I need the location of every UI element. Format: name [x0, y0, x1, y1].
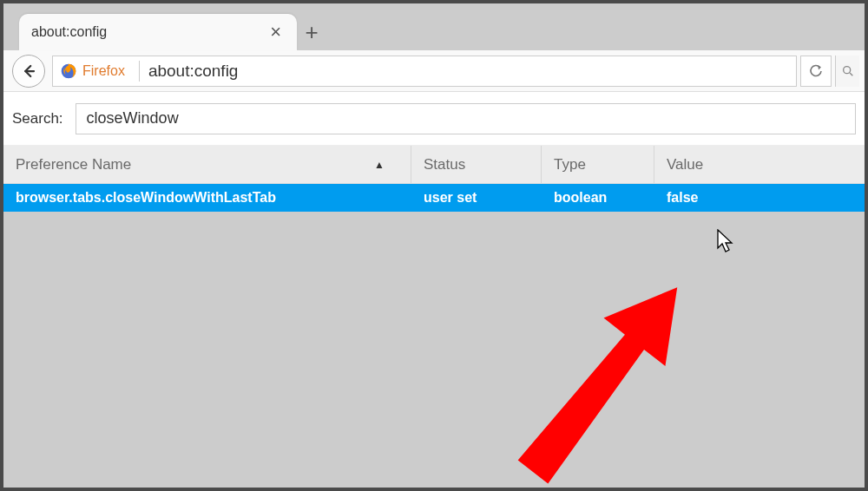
toolbar: Firefox about:config — [3, 50, 865, 92]
tab-title: about:config — [31, 24, 266, 40]
table-body: browser.tabs.closeWindowWithLastTab user… — [3, 184, 865, 212]
pref-type-cell: boolean — [542, 190, 654, 206]
reload-button[interactable] — [800, 56, 832, 87]
divider — [139, 61, 140, 82]
url-text: about:config — [148, 62, 239, 81]
column-header-value-label: Value — [667, 156, 703, 173]
column-header-value[interactable]: Value — [654, 146, 865, 183]
search-input[interactable] — [76, 103, 856, 134]
column-header-status[interactable]: Status — [411, 146, 542, 183]
firefox-logo-icon — [60, 62, 77, 80]
back-button[interactable] — [12, 55, 45, 88]
preference-row[interactable]: browser.tabs.closeWindowWithLastTab user… — [3, 184, 865, 212]
identity-label: Firefox — [82, 63, 130, 79]
pref-name-cell: browser.tabs.closeWindowWithLastTab — [3, 190, 411, 206]
search-label: Search: — [12, 110, 63, 128]
pref-value-cell: false — [654, 190, 865, 206]
svg-point-1 — [843, 66, 850, 73]
back-arrow-icon — [21, 63, 36, 79]
url-bar[interactable]: Firefox about:config — [52, 56, 797, 87]
column-header-status-label: Status — [424, 156, 465, 173]
search-engine-button[interactable] — [835, 56, 859, 87]
column-header-type[interactable]: Type — [542, 146, 654, 183]
cursor-icon — [717, 229, 736, 253]
new-tab-button[interactable]: + — [297, 14, 326, 50]
pref-status-cell: user set — [411, 190, 542, 206]
config-search-row: Search: — [3, 92, 865, 146]
svg-marker-2 — [507, 264, 708, 489]
annotation-arrow-icon — [507, 229, 750, 489]
column-header-name-label: Preference Name — [16, 156, 131, 173]
column-header-type-label: Type — [554, 156, 586, 173]
magnifier-icon — [841, 64, 855, 78]
column-header-name[interactable]: Preference Name ▲ — [3, 146, 411, 183]
browser-window: about:config × + Firefox about:config — [0, 0, 868, 491]
reload-icon — [808, 63, 824, 79]
close-tab-icon[interactable]: × — [266, 21, 285, 43]
tab-strip: about:config × + — [3, 3, 865, 50]
table-header: Preference Name ▲ Status Type Value — [3, 146, 865, 184]
browser-tab[interactable]: about:config × — [19, 14, 297, 50]
sort-ascending-icon: ▲ — [374, 159, 385, 171]
